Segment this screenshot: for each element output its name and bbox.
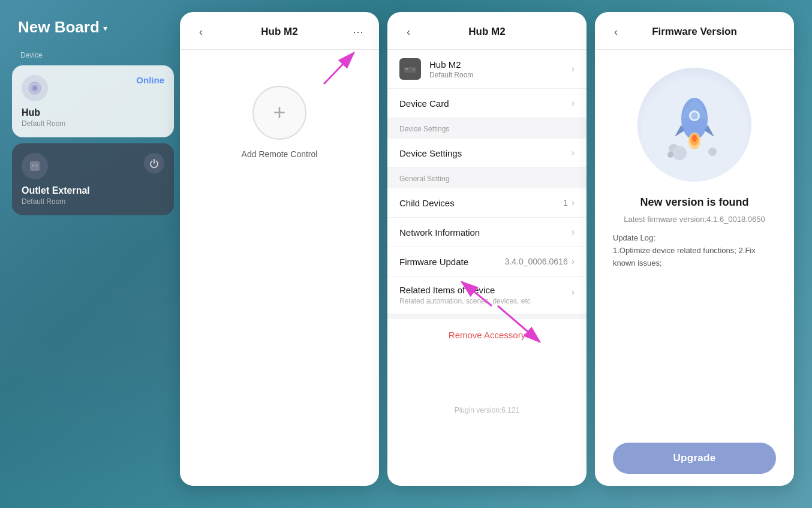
svg-point-16 <box>672 146 687 160</box>
remove-accessory-button[interactable]: Remove Accessory <box>387 319 587 351</box>
plugin-version: Plugin version:6.121 <box>387 399 587 422</box>
remove-accessory-label: Remove Accessory <box>449 330 525 340</box>
child-devices-value: 1 <box>563 198 568 208</box>
device-settings-chevron: › <box>572 148 575 158</box>
hub-menu-name: Hub M2 <box>429 59 572 70</box>
svg-point-17 <box>708 148 717 156</box>
update-log-title: Update Log: <box>613 233 655 242</box>
device-settings-divider: Device Settings <box>387 118 587 139</box>
panel1-back-button[interactable]: ‹ <box>192 23 210 41</box>
hub-menu-icon <box>399 58 421 80</box>
device-settings-section-label: Device Settings <box>399 125 449 133</box>
device-settings-label: Device Settings <box>399 148 572 158</box>
firmware-update-label: Firmware Update <box>399 257 505 267</box>
device-section-label: Device <box>12 51 174 59</box>
menu-item-network-info[interactable]: Network Information › <box>387 218 587 247</box>
remove-section-divider <box>387 314 587 319</box>
panels-container: ‹ Hub M2 ⋯ + Add Remote Control ‹ Hub M2 <box>174 12 800 496</box>
svg-point-5 <box>36 165 38 167</box>
firmware-update-chevron: › <box>572 256 575 267</box>
svg-point-8 <box>413 69 415 71</box>
menu-item-firmware-update[interactable]: Firmware Update 3.4.0_0006.0616 › <box>387 247 587 276</box>
panel-firmware: ‹ Firmware Version <box>595 12 794 486</box>
add-remote-label: Add Remote Control <box>242 149 318 159</box>
menu-item-child-devices[interactable]: Child Devices 1 › <box>387 188 587 218</box>
svg-point-4 <box>32 165 34 167</box>
menu-item-device-settings[interactable]: Device Settings › <box>387 139 587 168</box>
svg-rect-3 <box>30 161 40 171</box>
general-setting-divider: General Setting <box>387 168 587 188</box>
related-items-label: Related Items of Device <box>399 285 572 295</box>
outlet-power-button[interactable] <box>144 153 164 173</box>
hub-status: Online <box>136 75 164 85</box>
network-info-label: Network Information <box>399 227 572 238</box>
device-menu-item-hub[interactable]: Hub M2 Default Room › <box>387 50 587 89</box>
outlet-device-icon <box>22 153 48 179</box>
hub-device-icon <box>22 75 48 101</box>
related-items-info: Related Items of Device Related automati… <box>399 285 572 305</box>
network-info-chevron: › <box>572 227 575 238</box>
device-card-outlet[interactable]: Outlet External Default Room <box>12 143 174 215</box>
firmware-update-log: Update Log: 1.Optimize device related fu… <box>613 232 776 269</box>
menu-item-device-card[interactable]: Device Card › <box>387 89 587 118</box>
panel-device-menu: ‹ Hub M2 Hub M2 Default <box>387 12 587 486</box>
sidebar: New Board ▾ Device Online Hub Default Ro… <box>12 12 174 496</box>
panel1-header: ‹ Hub M2 ⋯ <box>180 12 379 50</box>
panel2-header: ‹ Hub M2 <box>387 12 587 50</box>
panel1-content: + Add Remote Control <box>180 50 379 486</box>
app-title: New Board <box>18 18 100 37</box>
title-dropdown-arrow[interactable]: ▾ <box>103 23 107 33</box>
outlet-device-room: Default Room <box>22 197 164 206</box>
hub-device-name: Hub <box>22 107 164 118</box>
svg-point-14 <box>692 135 697 142</box>
panel-add-remote: ‹ Hub M2 ⋯ + Add Remote Control <box>180 12 379 486</box>
svg-point-18 <box>667 152 673 158</box>
device-card-chevron: › <box>572 98 575 109</box>
child-devices-chevron: › <box>572 197 575 208</box>
panel2-title: Hub M2 <box>417 26 557 38</box>
general-setting-section-label: General Setting <box>399 175 449 183</box>
menu-item-related-items[interactable]: Related Items of Device Related automati… <box>387 276 587 314</box>
svg-point-11 <box>691 112 698 119</box>
upgrade-button[interactable]: Upgrade <box>613 443 776 474</box>
panel1-more-button[interactable]: ⋯ <box>349 23 367 41</box>
hub-menu-info: Hub M2 Default Room <box>429 59 572 79</box>
svg-point-2 <box>33 86 37 90</box>
panel3-header: ‹ Firmware Version <box>595 12 794 50</box>
child-devices-label: Child Devices <box>399 198 563 208</box>
svg-rect-7 <box>405 68 408 70</box>
update-log-content: 1.Optimize device related functions; 2.F… <box>613 246 756 267</box>
device-card-hub[interactable]: Online Hub Default Room <box>12 65 174 137</box>
related-items-chevron: › <box>572 287 575 297</box>
outlet-device-name: Outlet External <box>22 185 164 196</box>
firmware-update-value: 3.4.0_0006.0616 <box>505 257 568 266</box>
add-remote-plus-icon: + <box>273 100 285 125</box>
firmware-new-version-title: New version is found <box>640 196 748 209</box>
app-title-container: New Board ▾ <box>12 18 174 37</box>
panel2-content: Hub M2 Default Room › Device Card › Devi… <box>387 50 587 486</box>
panel3-title: Firmware Version <box>625 26 764 38</box>
hub-menu-room: Default Room <box>429 71 572 79</box>
firmware-illustration <box>637 68 751 182</box>
firmware-latest-version: Latest firmware version:4.1.6_0018.0650 <box>624 215 765 224</box>
panel3-back-button[interactable]: ‹ <box>607 23 625 41</box>
panel1-title: Hub M2 <box>210 26 349 38</box>
related-items-sublabel: Related automation, scenes, devices, etc <box>399 297 572 305</box>
panel2-back-button[interactable]: ‹ <box>399 23 417 41</box>
panel3-content: New version is found Latest firmware ver… <box>595 50 794 486</box>
add-remote-button[interactable]: + <box>252 86 306 140</box>
hub-menu-chevron: › <box>572 64 575 74</box>
panel2-spacer <box>387 351 587 399</box>
hub-device-room: Default Room <box>22 119 164 128</box>
device-card-label: Device Card <box>399 98 572 109</box>
